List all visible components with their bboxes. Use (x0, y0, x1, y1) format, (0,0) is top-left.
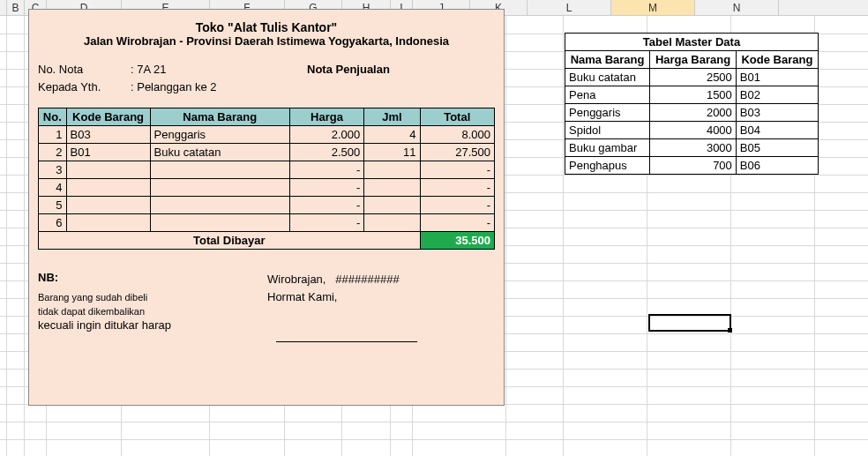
master-th-harga: Harga Barang (650, 51, 737, 69)
master-row[interactable]: Penggaris 2000 B03 (565, 104, 819, 122)
table-row[interactable]: 4 - - (39, 179, 495, 197)
kepada-label: Kepada Yth. (38, 80, 131, 93)
no-nota-label: No. Nota (38, 63, 131, 76)
invoice-title: Toko "Alat Tulis Kantor" (38, 20, 495, 34)
fill-handle-icon[interactable] (728, 328, 732, 333)
signature-line (276, 341, 417, 342)
nb-label: NB: (38, 271, 267, 285)
th-total: Total (420, 108, 494, 126)
col-header-N[interactable]: N (695, 0, 779, 15)
master-table[interactable]: Tabel Master Data Nama Barang Harga Bara… (565, 33, 819, 175)
master-row[interactable]: Penghapus 700 B06 (565, 157, 819, 175)
master-row[interactable]: Buku gambar 3000 B05 (565, 139, 819, 157)
nb-line1: Barang yang sudah dibeli (38, 290, 267, 304)
col-header-B[interactable]: B (7, 0, 25, 15)
master-title: Tabel Master Data (565, 34, 819, 51)
total-value: 35.500 (420, 232, 494, 250)
th-nama: Nama Barang (150, 108, 289, 126)
no-nota-value[interactable]: : 7A 21 (131, 63, 272, 76)
invoice-table[interactable]: No. Kode Barang Nama Barang Harga Jml To… (38, 108, 495, 250)
col-header-L[interactable]: L (528, 0, 611, 15)
nb-line2: tidak dapat dikembalikan (38, 304, 267, 318)
table-row[interactable]: 6 - - (39, 214, 495, 232)
th-jml: Jml (364, 108, 420, 126)
invoice-panel: Toko "Alat Tulis Kantor" Jalan Wirobraja… (28, 9, 505, 406)
table-row[interactable]: 2 B01 Buku catatan 2.500 11 27.500 (39, 144, 495, 161)
master-row[interactable]: Buku catatan 2500 B01 (565, 69, 819, 86)
col-header-M[interactable]: M (611, 0, 695, 15)
total-row: Total Dibayar 35.500 (39, 232, 495, 250)
th-no: No. (39, 108, 67, 126)
master-table-panel: Tabel Master Data Nama Barang Harga Bara… (565, 33, 819, 175)
th-harga: Harga (289, 108, 363, 126)
master-row[interactable]: Spidol 4000 B04 (565, 122, 819, 139)
nb-line3: kecuali ingin ditukar harap (38, 318, 267, 333)
kepada-value[interactable]: : Pelanggan ke 2 (131, 80, 272, 93)
th-kode: Kode Barang (66, 108, 150, 126)
master-th-nama: Nama Barang (565, 51, 650, 69)
footer-hormat: Hormat Kami, (267, 288, 495, 306)
total-label: Total Dibayar (39, 232, 421, 250)
master-row[interactable]: Pena 1500 B02 (565, 86, 819, 104)
nota-penjualan-title: Nota Penjualan (307, 63, 390, 76)
master-th-kode: Kode Barang (736, 51, 818, 69)
footer-date: ########## (335, 273, 399, 286)
footer-place: Wirobrajan, (267, 273, 326, 286)
invoice-subtitle: Jalan Wirobrajan - Provinsi Daerah Istim… (38, 34, 495, 48)
table-row[interactable]: 1 B03 Penggaris 2.000 4 8.000 (39, 126, 495, 144)
active-cell[interactable] (648, 314, 731, 332)
table-row[interactable]: 5 - - (39, 197, 495, 214)
table-row[interactable]: 3 - - (39, 161, 495, 179)
